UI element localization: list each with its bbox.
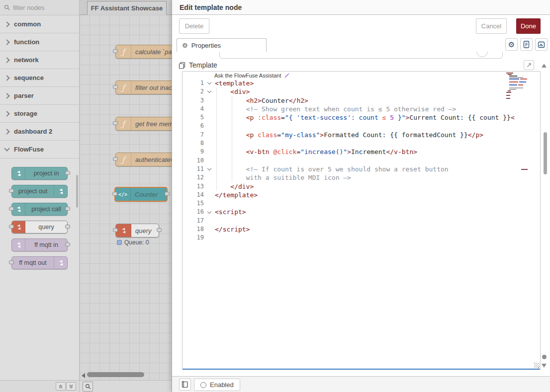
template-code-editor[interactable]: Ask the FlowFuse Assistant 1<template>2 … xyxy=(182,71,541,370)
palette-categories: commonfunctionnetworksequenceparserstora… xyxy=(0,15,79,269)
palette-node-ff-mqtt-out[interactable]: ff mqtt out xyxy=(11,256,68,269)
double-chevron-up-icon xyxy=(58,384,63,389)
palette-category-flowfuse[interactable]: FlowFuse xyxy=(0,141,79,158)
palette-node-project-call[interactable]: project call xyxy=(11,203,68,216)
node-port-right[interactable] xyxy=(165,192,170,196)
magic-wand-icon xyxy=(284,73,290,78)
node-port-left[interactable] xyxy=(113,85,118,89)
tray-title: Edit template node xyxy=(172,0,550,15)
appearance-tab-button[interactable] xyxy=(535,38,548,51)
properties-tab-button[interactable]: ⚙ xyxy=(505,38,518,51)
chevron-right-icon xyxy=(4,129,9,134)
palette-category-storage[interactable]: storage xyxy=(0,105,79,123)
chevron-down-icon xyxy=(4,146,9,151)
tray-scroll-up-arrow[interactable] xyxy=(542,64,547,68)
fold-gutter xyxy=(204,157,215,165)
template-node-icon: </> xyxy=(115,188,131,201)
description-tab-button[interactable] xyxy=(520,38,533,51)
line-number: 5 xyxy=(183,113,204,122)
delete-button[interactable]: Delete xyxy=(179,18,209,34)
palette-category-dashboard-2[interactable]: dashboard 2 xyxy=(0,123,79,141)
palette-node-project-in[interactable]: project in xyxy=(11,167,68,180)
fold-chevron-icon[interactable] xyxy=(204,79,215,87)
document-icon xyxy=(523,41,530,48)
workspace-node-get-free-memo[interactable]: ƒget free memo xyxy=(115,117,172,131)
tray-scroll-down-arrow[interactable] xyxy=(542,364,547,368)
editor-line: 18</script> xyxy=(183,225,540,234)
node-port-right[interactable] xyxy=(65,242,70,246)
function-icon: ƒ xyxy=(122,155,125,164)
editor-resize-handle[interactable] xyxy=(534,363,540,368)
done-button[interactable]: Done xyxy=(516,18,541,34)
hscroll-thumb[interactable] xyxy=(87,372,144,377)
node-port-left[interactable] xyxy=(113,228,118,232)
code-text: <script> xyxy=(215,208,246,216)
editor-line: 13 </div> xyxy=(183,182,540,191)
enabled-toggle[interactable]: Enabled xyxy=(194,379,240,391)
collapse-all-button[interactable] xyxy=(56,382,66,391)
scrolled-input-remnant xyxy=(219,52,503,59)
workspace-search-button[interactable] xyxy=(83,382,93,392)
cancel-button[interactable]: Cancel xyxy=(476,18,507,34)
workspace-node-calculate-pay[interactable]: ƒcalculate `pay xyxy=(115,45,172,59)
line-number: 1 xyxy=(183,79,204,87)
node-port-left[interactable] xyxy=(113,121,118,125)
palette-filter[interactable]: filter nodes xyxy=(0,0,79,15)
hscroll-left-arrow[interactable] xyxy=(82,373,85,378)
palette-category-function[interactable]: function xyxy=(0,33,79,51)
palette-node-project-out[interactable]: project out xyxy=(11,185,68,198)
node-label: get free memo xyxy=(131,120,172,128)
node-port-right[interactable] xyxy=(65,225,70,229)
node-port-left[interactable] xyxy=(9,260,14,264)
expand-all-button[interactable] xyxy=(66,382,76,391)
palette-node-query[interactable]: query xyxy=(11,221,68,234)
assistant-hint[interactable]: Ask the FlowFuse Assistant xyxy=(183,72,540,79)
node-port-left[interactable] xyxy=(9,225,14,229)
tab-ff-assistant-showcase[interactable]: FF Assistant Showcase xyxy=(87,1,167,15)
workspace-node-filter-out-inacti[interactable]: ƒfilter out inacti xyxy=(115,80,172,94)
editor-minimap[interactable] xyxy=(506,73,533,103)
node-port-left[interactable] xyxy=(9,189,14,193)
line-number: 17 xyxy=(183,217,204,225)
palette-category-network[interactable]: network xyxy=(0,51,79,69)
tray-content: Template Ask the FlowFuse Assistant 1<te… xyxy=(172,52,550,376)
fold-gutter xyxy=(204,173,215,182)
node-port-right[interactable] xyxy=(65,207,70,211)
status-text: Queue: 0 xyxy=(124,239,149,246)
node-port-left[interactable] xyxy=(113,157,118,161)
enabled-label: Enabled xyxy=(210,381,234,389)
node-red-editor: filter nodes commonfunctionnetworksequen… xyxy=(0,0,550,392)
fold-chevron-icon[interactable] xyxy=(204,208,215,216)
editor-line: 17 xyxy=(183,217,540,225)
palette-category-common[interactable]: common xyxy=(0,15,79,33)
palette-node-ff-mqtt-in[interactable]: ff mqtt in xyxy=(11,238,68,251)
function-icon: ƒ xyxy=(122,47,125,57)
palette-category-parser[interactable]: parser xyxy=(0,87,79,105)
category-label: common xyxy=(14,20,41,28)
expand-editor-button[interactable] xyxy=(524,60,534,70)
template-label-row: Template xyxy=(179,61,217,69)
node-port-left[interactable] xyxy=(9,207,14,211)
editor-line: 6 xyxy=(183,122,540,130)
node-port-left[interactable] xyxy=(113,49,118,53)
line-number: 7 xyxy=(183,131,204,139)
gear-icon: ⚙ xyxy=(508,41,515,48)
flowfuse-icon xyxy=(15,242,22,248)
fold-chevron-icon[interactable] xyxy=(204,165,215,173)
node-port-right[interactable] xyxy=(65,171,70,175)
node-port-right[interactable] xyxy=(157,228,162,232)
code-text: </template> xyxy=(215,191,258,199)
palette-scrollbar-thumb[interactable] xyxy=(76,175,78,208)
tray-scrollbar-thumb[interactable] xyxy=(544,132,547,174)
workspace-node-counter[interactable]: </>Counter xyxy=(114,187,168,202)
workspace-node-query[interactable]: query xyxy=(115,224,159,237)
fold-chevron-icon[interactable] xyxy=(204,87,215,96)
template-code-icon: </> xyxy=(118,192,127,197)
editor-line: 1<template> xyxy=(183,79,540,87)
palette-category-sequence[interactable]: sequence xyxy=(0,69,79,87)
docs-button[interactable] xyxy=(179,379,191,391)
workspace-node-authenticateu[interactable]: ƒauthenticateU xyxy=(115,153,172,166)
editor-line: 9 <v-btn @click="increase()">Increment</… xyxy=(183,148,540,156)
node-port-left[interactable] xyxy=(112,192,117,196)
tab-properties[interactable]: ⚙ Properties xyxy=(177,38,267,52)
